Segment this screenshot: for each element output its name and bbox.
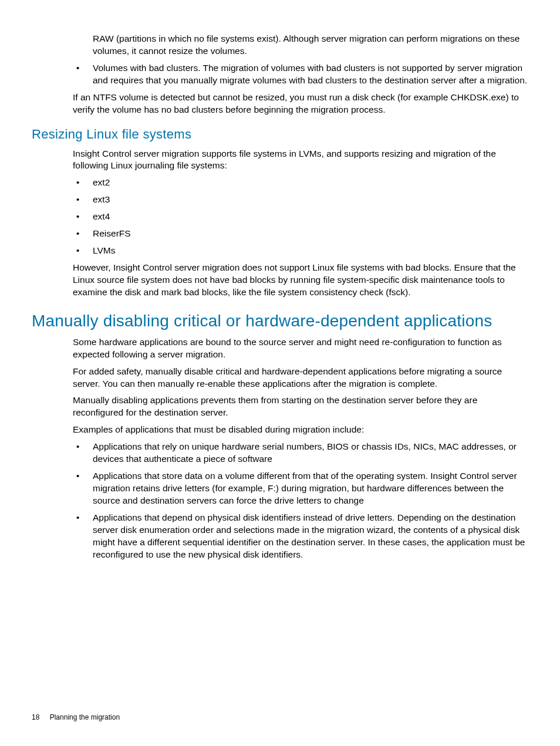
- list-item: ext3: [93, 194, 528, 206]
- bad-blocks-note: However, Insight Control server migratio…: [73, 262, 528, 299]
- disabling-apps-para1: Some hardware applications are bound to …: [73, 336, 528, 361]
- page-footer: 18 Planning the migration: [32, 713, 120, 721]
- list-item: Applications that store data on a volume…: [93, 470, 528, 507]
- list-item: Applications that rely on unique hardwar…: [93, 441, 528, 465]
- list-item: ext2: [93, 177, 528, 189]
- list-item: ReiserFS: [93, 228, 528, 240]
- disabling-apps-heading: Manually disabling critical or hardware-…: [32, 312, 528, 330]
- raw-partition-paragraph: RAW (partitions in which no file systems…: [93, 33, 528, 58]
- bad-clusters-list: Volumes with bad clusters. The migration…: [93, 62, 528, 87]
- footer-section-title: Planning the migration: [50, 713, 120, 721]
- page-number: 18: [32, 713, 39, 721]
- ntfs-note-paragraph: If an NTFS volume is detected but cannot…: [73, 92, 528, 116]
- list-item: LVMs: [93, 245, 528, 257]
- disabling-apps-para3: Manually disabling applications prevents…: [73, 394, 528, 419]
- disabling-apps-para4: Examples of applications that must be di…: [73, 424, 528, 436]
- list-item: ext4: [93, 211, 528, 223]
- resizing-linux-intro: Insight Control server migration support…: [73, 148, 528, 173]
- list-item: Volumes with bad clusters. The migration…: [93, 62, 528, 87]
- document-content: RAW (partitions in which no file systems…: [32, 33, 528, 561]
- list-item: Applications that depend on physical dis…: [93, 512, 528, 561]
- filesystems-list: ext2 ext3 ext4 ReiserFS LVMs: [93, 177, 528, 257]
- resizing-linux-heading: Resizing Linux file systems: [32, 127, 528, 142]
- disabling-examples-list: Applications that rely on unique hardwar…: [93, 441, 528, 561]
- disabling-apps-para2: For added safety, manually disable criti…: [73, 366, 528, 390]
